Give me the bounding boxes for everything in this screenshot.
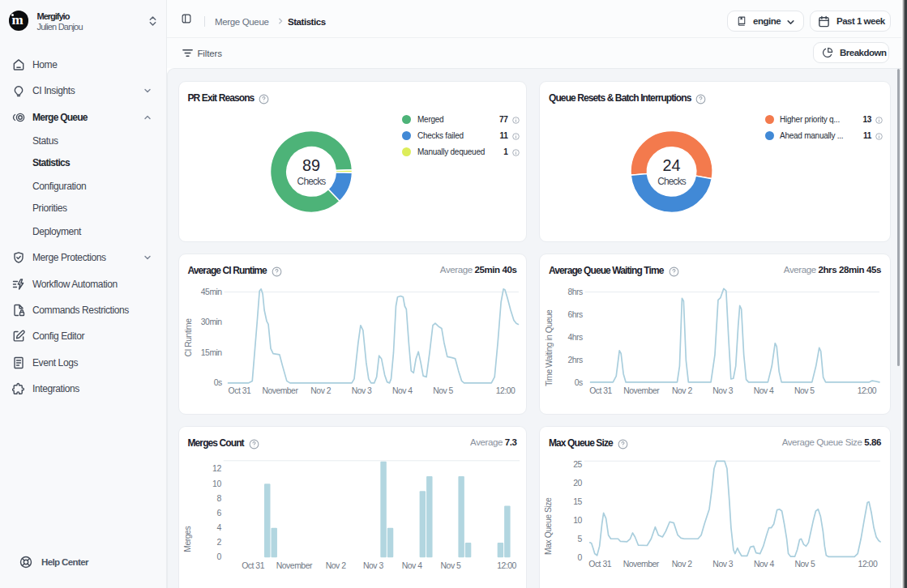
svg-text:November: November bbox=[623, 560, 660, 569]
svg-text:15min: 15min bbox=[200, 348, 222, 357]
svg-text:10: 10 bbox=[573, 516, 582, 525]
svg-text:12: 12 bbox=[212, 464, 221, 473]
svg-text:5: 5 bbox=[577, 535, 582, 543]
svg-text:CI Runtime: CI Runtime bbox=[184, 318, 193, 357]
svg-text:Nov 3: Nov 3 bbox=[362, 561, 383, 570]
svg-text:Nov 2: Nov 2 bbox=[672, 386, 692, 395]
svg-text:12:00: 12:00 bbox=[858, 386, 877, 395]
svg-text:Nov 3: Nov 3 bbox=[712, 386, 733, 395]
svg-text:8: 8 bbox=[216, 494, 221, 503]
svg-text:12:00: 12:00 bbox=[495, 386, 515, 395]
svg-text:2hrs: 2hrs bbox=[567, 356, 583, 364]
svg-text:Time Waiting in Queue: Time Waiting in Queue bbox=[545, 309, 554, 386]
svg-text:Nov 4: Nov 4 bbox=[754, 560, 774, 569]
svg-text:20: 20 bbox=[573, 479, 582, 488]
svg-text:Oct 31: Oct 31 bbox=[588, 560, 611, 569]
svg-text:6hrs: 6hrs bbox=[567, 310, 583, 319]
svg-text:10: 10 bbox=[212, 479, 221, 488]
svg-text:Nov 5: Nov 5 bbox=[433, 386, 453, 395]
svg-text:November: November bbox=[262, 386, 298, 395]
svg-text:12:00: 12:00 bbox=[497, 561, 516, 570]
svg-text:25: 25 bbox=[573, 460, 582, 469]
svg-text:Nov 2: Nov 2 bbox=[325, 561, 345, 570]
svg-text:6: 6 bbox=[216, 509, 221, 518]
svg-text:November: November bbox=[276, 561, 312, 570]
svg-text:0s: 0s bbox=[575, 378, 583, 387]
svg-text:8hrs: 8hrs bbox=[567, 288, 583, 296]
svg-text:0s: 0s bbox=[213, 378, 221, 387]
svg-text:0: 0 bbox=[577, 553, 582, 562]
svg-text:Nov 5: Nov 5 bbox=[794, 386, 815, 395]
svg-text:89: 89 bbox=[302, 156, 320, 174]
svg-text:15: 15 bbox=[573, 497, 582, 506]
svg-text:Nov 2: Nov 2 bbox=[672, 560, 692, 569]
svg-text:4: 4 bbox=[216, 523, 221, 532]
svg-text:Max Queue Size: Max Queue Size bbox=[544, 497, 553, 555]
svg-text:Nov 2: Nov 2 bbox=[310, 386, 331, 395]
svg-text:Oct 31: Oct 31 bbox=[589, 386, 612, 395]
svg-text:45min: 45min bbox=[200, 288, 222, 296]
svg-text:Checks: Checks bbox=[297, 176, 326, 187]
svg-text:Merges: Merges bbox=[182, 526, 191, 552]
svg-text:Nov 3: Nov 3 bbox=[351, 386, 371, 395]
svg-text:November: November bbox=[623, 386, 660, 395]
svg-text:Nov 4: Nov 4 bbox=[391, 386, 412, 395]
svg-text:Nov 4: Nov 4 bbox=[754, 386, 774, 395]
svg-text:2: 2 bbox=[216, 538, 221, 547]
svg-text:Nov 5: Nov 5 bbox=[794, 560, 815, 569]
svg-text:4hrs: 4hrs bbox=[567, 333, 583, 342]
svg-text:Checks: Checks bbox=[657, 176, 687, 187]
svg-text:Oct 31: Oct 31 bbox=[242, 561, 264, 570]
svg-text:12:00: 12:00 bbox=[858, 560, 878, 569]
svg-text:Nov 5: Nov 5 bbox=[440, 561, 460, 570]
svg-text:0: 0 bbox=[216, 552, 221, 561]
svg-text:30min: 30min bbox=[200, 317, 222, 326]
svg-text:Oct 31: Oct 31 bbox=[228, 386, 250, 395]
svg-text:Nov 4: Nov 4 bbox=[401, 561, 421, 570]
svg-text:Nov 3: Nov 3 bbox=[712, 560, 733, 569]
svg-text:24: 24 bbox=[663, 156, 681, 174]
